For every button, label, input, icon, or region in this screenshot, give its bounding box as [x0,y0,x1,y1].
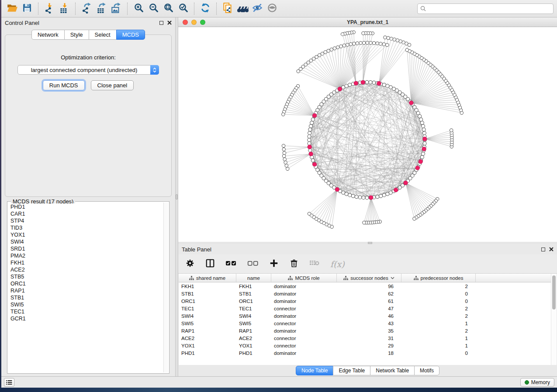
mcds-result-item[interactable]: SRD1 [8,245,163,252]
network-node[interactable] [369,81,372,84]
mcds-result-item[interactable]: PHD1 [8,203,163,210]
network-node[interactable] [420,155,424,159]
column-header-MCDS-role[interactable]: MCDS role [271,274,337,282]
mcds-result-item[interactable]: ORC1 [8,280,163,287]
mcds-node[interactable] [369,196,373,199]
network-node[interactable] [284,161,287,164]
zoom-in-button[interactable] [131,2,146,16]
select-all-rows-button[interactable] [225,259,237,269]
float-panel-icon[interactable] [541,248,545,251]
mcds-result-item[interactable]: ACE2 [8,266,163,273]
mcds-node[interactable] [335,187,339,191]
mcds-result-item[interactable]: STB1 [8,294,163,301]
hide-show-button[interactable] [250,2,265,16]
float-panel-icon[interactable] [159,21,163,25]
tab-select[interactable]: Select [89,30,117,40]
network-node[interactable] [382,43,385,46]
network-node[interactable] [386,43,389,46]
export-network-button[interactable] [79,2,94,16]
mcds-node[interactable] [361,80,365,84]
network-node[interactable] [308,128,312,131]
table-row[interactable]: YOX1YOX1connector291 [179,342,551,349]
network-node[interactable] [393,38,396,41]
network-node[interactable] [363,221,366,224]
network-node[interactable] [358,196,362,199]
network-node[interactable] [308,135,311,138]
network-node[interactable] [324,51,327,54]
network-node[interactable] [362,196,365,199]
network-node[interactable] [321,52,324,55]
mcds-result-item[interactable]: YOX1 [8,231,163,238]
mcds-result-item[interactable]: FKH1 [8,259,163,266]
deselect-all-rows-button[interactable] [247,259,259,269]
network-node[interactable] [282,113,285,116]
table-row[interactable]: TEC1TEC1connector472 [179,305,551,312]
network-node[interactable] [349,42,352,45]
network-node[interactable] [345,84,348,88]
network-node[interactable] [330,48,333,51]
network-node[interactable] [405,48,408,52]
open-session-button[interactable] [5,2,20,16]
mcds-result-item[interactable]: PMA2 [8,252,163,259]
network-node[interactable] [396,39,399,42]
mcds-list-scrollbar[interactable] [163,203,168,372]
mcds-node[interactable] [394,188,398,192]
share-network-document-button[interactable] [220,2,235,16]
mcds-node[interactable] [419,160,422,164]
network-node[interactable] [420,121,424,124]
tab-mcds[interactable]: MCDS [116,30,145,40]
optimization-criterion-select[interactable]: largest connected component (undirected) [17,65,159,75]
search-input[interactable] [428,6,550,12]
network-node[interactable] [286,167,289,170]
mcds-node[interactable] [338,87,342,91]
network-node[interactable] [283,158,286,161]
network-node[interactable] [282,148,285,151]
network-node[interactable] [355,195,358,199]
table-row[interactable]: ORC1ORC1dominator610 [179,297,551,305]
scrollbar-thumb[interactable] [552,275,556,309]
network-node[interactable] [356,41,359,45]
network-node[interactable] [387,36,390,39]
network-node[interactable] [346,43,349,46]
network-node[interactable] [333,47,336,50]
mcds-result-item[interactable]: STB5 [8,273,163,280]
network-node[interactable] [379,194,383,198]
mcds-node[interactable] [404,181,408,185]
mcds-node[interactable] [422,147,426,151]
network-node[interactable] [309,124,313,128]
table-row[interactable]: SWI5SWI5connector431 [179,320,551,327]
save-session-button[interactable] [20,2,35,16]
network-node[interactable] [372,81,376,84]
memory-button[interactable]: Memory [520,378,554,387]
network-node[interactable] [389,86,392,89]
network-node[interactable] [308,212,311,215]
table-row[interactable]: RAP1RAP1dominator352 [179,327,551,334]
tab-edge-table[interactable]: Edge Table [333,366,370,375]
zoom-out-button[interactable] [146,2,161,16]
network-node[interactable] [342,191,345,194]
network-list-button[interactable] [4,378,14,387]
table-row[interactable]: PHD1PHD1dominator180 [179,349,551,357]
network-node[interactable] [419,118,423,121]
network-node[interactable] [345,192,348,196]
network-node[interactable] [343,44,346,47]
mcds-node[interactable] [309,152,313,156]
delete-columns-button[interactable] [289,258,299,270]
network-node[interactable] [386,84,389,88]
show-graphics-details-button[interactable] [265,2,280,16]
network-node[interactable] [390,37,393,40]
mcds-node[interactable] [423,137,427,141]
network-node[interactable] [450,129,453,132]
mcds-node[interactable] [409,101,413,105]
network-node[interactable] [365,80,369,84]
zoom-fit-content-button[interactable] [161,2,176,16]
network-node[interactable] [413,217,416,220]
network-node[interactable] [341,33,344,36]
table-row[interactable]: ACE2ACE2connector311 [179,334,551,342]
network-node[interactable] [348,193,352,197]
vertical-splitter[interactable] [175,17,178,376]
splitter-grip[interactable] [176,194,178,199]
import-network-file-button[interactable] [42,2,57,16]
mcds-result-item[interactable]: CAR1 [8,210,163,217]
network-node[interactable] [308,142,311,145]
